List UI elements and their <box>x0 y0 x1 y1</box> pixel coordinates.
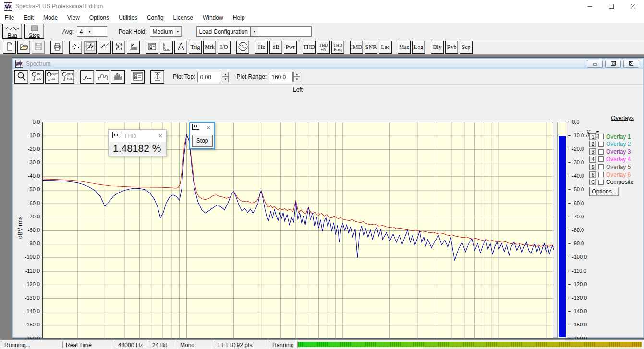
overlay-row: 3Overlay 3 <box>589 148 631 156</box>
overlay-label: Overlay 6 <box>606 171 631 178</box>
application-window: SpectraPLUS Professional Edition FileEdi… <box>0 0 644 349</box>
minimize-button[interactable] <box>587 60 603 68</box>
overlay-on-checkbox[interactable] <box>598 180 604 185</box>
run-button[interactable]: Run <box>2 24 22 39</box>
overlay-set-button-3[interactable]: 3 <box>589 148 596 155</box>
spectrum-icon <box>15 60 23 68</box>
plot-top-input[interactable]: 0.00 <box>197 72 221 82</box>
plot-range-input[interactable]: 160.0 <box>269 72 293 82</box>
surface-plot-button[interactable] <box>127 41 140 54</box>
db-button[interactable]: dB <box>269 41 282 54</box>
zoom-out-2x-button[interactable]: OUT2X <box>45 70 59 84</box>
menu-help[interactable]: Help <box>228 13 250 22</box>
open-file-button[interactable] <box>17 41 30 54</box>
zoom-in-2x-icon: IN2X <box>31 71 43 83</box>
plot-range-spinner[interactable]: ▲▼ <box>293 72 300 82</box>
snr-button[interactable]: SNR <box>365 41 377 54</box>
thd-freq-button[interactable]: THDFreq <box>331 41 344 54</box>
stop-measurement-button[interactable]: Stop <box>192 135 213 147</box>
plot-top-spinner[interactable]: ▲▼ <box>222 72 229 82</box>
menu-mode[interactable]: Mode <box>38 13 62 22</box>
leq-button[interactable]: Leq <box>379 41 392 54</box>
overlay-options-button[interactable]: Options... <box>589 187 619 196</box>
overlay-set-button-c[interactable]: C <box>589 179 596 185</box>
close-icon[interactable]: ✕ <box>203 124 214 131</box>
macro-button[interactable]: Mac <box>398 41 411 54</box>
hz-button[interactable]: Hz <box>255 41 268 54</box>
display-options-button[interactable] <box>131 70 145 84</box>
menu-edit[interactable]: Edit <box>19 13 38 22</box>
line-plot-button[interactable] <box>80 70 94 84</box>
close-button[interactable] <box>622 0 644 12</box>
trigger-button[interactable]: Trig <box>189 41 202 54</box>
meter-tick-mark <box>568 257 571 257</box>
overlay-set-button-5[interactable]: 5 <box>589 164 596 170</box>
overlay-on-checkbox[interactable] <box>598 172 604 177</box>
menu-file[interactable]: File <box>0 13 19 22</box>
maximize-button[interactable] <box>601 0 622 12</box>
thd-n-button[interactable]: THD+N <box>317 41 330 54</box>
thd-button[interactable]: THD <box>303 41 316 54</box>
step-plot-button[interactable] <box>96 70 109 84</box>
signal-generator-button[interactable] <box>236 41 249 54</box>
menu-view[interactable]: View <box>62 13 85 22</box>
run-icon <box>5 25 20 33</box>
zoom-out-full-button[interactable]: OUTFULL <box>61 70 74 84</box>
spectrum-view-button[interactable] <box>84 41 97 54</box>
vertical-fit-button[interactable] <box>150 70 164 84</box>
thd-value: 1.48182 % <box>109 142 166 156</box>
zoom-in-2x-button[interactable]: IN2X <box>30 70 44 84</box>
avg-label: Avg: <box>62 28 74 35</box>
overlay-set-button-6[interactable]: 6 <box>589 171 596 178</box>
configuration-select[interactable]: Load Configuration ▼ <box>196 26 312 37</box>
print-button[interactable] <box>50 41 63 54</box>
overlay-on-checkbox[interactable] <box>598 164 604 169</box>
stop-button[interactable]: Stop <box>24 24 44 39</box>
spectrogram-button[interactable] <box>112 41 125 54</box>
menu-window[interactable]: Window <box>198 13 228 22</box>
scaling-button[interactable] <box>160 41 173 54</box>
restore-button[interactable] <box>605 60 621 68</box>
imd-button[interactable]: IMD <box>350 41 363 54</box>
overlay-on-checkbox[interactable] <box>598 142 604 147</box>
menu-options[interactable]: Options <box>85 13 114 22</box>
overlay-on-checkbox[interactable] <box>598 149 604 155</box>
avg-select[interactable]: 4 ▼ <box>77 26 107 37</box>
peak-hold-select[interactable]: Medium ▼ <box>150 26 182 37</box>
scope-button[interactable]: Scp <box>460 41 473 54</box>
close-icon[interactable]: ✕ <box>155 132 166 139</box>
button-label: Leq <box>381 44 390 51</box>
chevron-down-icon: ▼ <box>85 27 93 36</box>
overlay-on-checkbox[interactable] <box>598 134 604 139</box>
new-file-button[interactable] <box>3 41 16 54</box>
reverb-button[interactable]: Rvb <box>445 41 458 54</box>
overlay-set-button-1[interactable]: 1 <box>589 133 596 140</box>
menu-config[interactable]: Config <box>142 13 169 22</box>
markers-button[interactable]: Mrk <box>203 41 216 54</box>
overlay-on-checkbox[interactable] <box>598 156 604 162</box>
minimize-button[interactable] <box>579 0 601 12</box>
meter-tick-mark <box>568 338 571 339</box>
y-axis-tick: -150.0 <box>20 322 40 327</box>
y-axis-tick: -40.0 <box>20 173 40 179</box>
zoom-button[interactable] <box>14 70 28 84</box>
processing-settings-button[interactable] <box>146 41 158 54</box>
logging-button[interactable]: Log <box>412 41 425 54</box>
overlay-set-button-4[interactable]: 4 <box>589 156 596 163</box>
menubar: FileEditModeViewOptionsUtilitiesConfigLi… <box>0 12 644 23</box>
fast-forward-button[interactable] <box>69 41 82 54</box>
bar-plot-button[interactable] <box>111 70 125 84</box>
spectrum-window-controls <box>584 60 639 68</box>
button-label: Rvb <box>447 44 456 51</box>
close-button[interactable] <box>623 60 639 68</box>
io-button[interactable]: I/O <box>218 41 231 54</box>
pwr-button[interactable]: Pwr <box>284 41 297 54</box>
menu-utilities[interactable]: Utilities <box>114 13 142 22</box>
calibration-button[interactable] <box>174 41 187 54</box>
y-axis-tick: -130.0 <box>20 295 40 301</box>
overlay-set-button-2[interactable]: 2 <box>589 141 596 147</box>
menu-license[interactable]: License <box>169 13 198 22</box>
time-series-button[interactable] <box>98 41 111 54</box>
spectrum-window: Spectrum IN2XOUT2XOUTFULLPlot Top:0.00▲▼… <box>12 58 644 338</box>
delay-button[interactable]: Dly <box>431 41 444 54</box>
